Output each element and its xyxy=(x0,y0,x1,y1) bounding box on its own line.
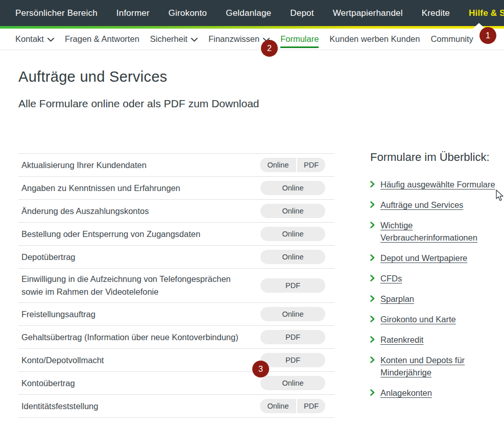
nav-wertpapierhandel[interactable]: Wertpapierhandel xyxy=(333,8,403,18)
sidebar-link-girokonto-und-karte[interactable]: Girokonto und Karte xyxy=(370,313,495,325)
subnav-finanzwissen-label: Finanzwissen xyxy=(208,34,259,44)
nav-persoenlicher-bereich[interactable]: Persönlicher Bereich xyxy=(15,8,98,18)
nav-girokonto[interactable]: Girokonto xyxy=(169,8,207,18)
button-group: Online xyxy=(260,181,325,195)
page: { "topnav": { "items": [ { "label": "Per… xyxy=(0,0,504,427)
online-button[interactable]: Online xyxy=(260,376,325,390)
button-group: Online PDF xyxy=(260,399,325,413)
page-title: Aufträge und Services xyxy=(18,68,334,85)
form-label: Freistellungsauftrag xyxy=(21,308,95,321)
sidebar-link-haeufig-ausgewaehlte-formulare[interactable]: Häufig ausgewählte Formulare xyxy=(370,178,495,191)
subnav-kontakt-label: Kontakt xyxy=(15,34,44,44)
form-label: Identitätsfeststellung xyxy=(21,400,98,413)
pdf-button[interactable]: PDF xyxy=(260,278,325,293)
form-label: Einwilligung in die Aufzeichnung von Tel… xyxy=(21,273,254,298)
chevron-down-icon xyxy=(191,38,198,42)
sidebar-link-label: Sparplan xyxy=(380,293,414,305)
step-badge-1: 1 xyxy=(479,27,496,44)
button-group: PDF xyxy=(260,330,325,344)
nav-kredite[interactable]: Kredite xyxy=(422,8,450,18)
online-button[interactable]: Online xyxy=(260,227,325,241)
table-row: Identitätsfeststellung Online PDF xyxy=(18,395,334,418)
chevron-right-icon xyxy=(370,389,375,396)
table-row: Konto/Depotvollmacht PDF xyxy=(18,349,334,372)
sidebar-link-auftraege-und-services[interactable]: Aufträge und Services xyxy=(370,199,495,211)
subnav-kontakt[interactable]: Kontakt xyxy=(15,29,54,50)
table-row: Aktualisierung Ihrer Kundendaten Online … xyxy=(18,154,334,177)
secondary-nav: Kontakt Fragen & Antworten Sicherheit Fi… xyxy=(0,29,504,50)
button-group: PDF xyxy=(260,278,325,293)
primary-nav: Persönlicher Bereich Informer Girokonto … xyxy=(0,0,504,26)
chevron-right-icon xyxy=(370,357,375,363)
sidebar-link-ratenkredit[interactable]: Ratenkredit xyxy=(370,334,495,346)
sidebar-heading: Formulare im Überblick: xyxy=(370,148,495,166)
button-group: PDF xyxy=(260,353,325,367)
sidebar-link-sparplan[interactable]: Sparplan xyxy=(370,293,495,305)
sidebar-link-cfds[interactable]: CFDs xyxy=(370,272,495,284)
online-button[interactable]: Online xyxy=(260,204,325,218)
subnav-community-label: Community xyxy=(430,34,473,44)
table-row: Gehaltsübertrag (Information über neue K… xyxy=(18,326,334,349)
sidebar-link-depot-und-wertpapiere[interactable]: Depot und Wertpapiere xyxy=(370,252,495,264)
subnav-formulare[interactable]: Formulare xyxy=(280,29,319,50)
sidebar-link-label: Wichtige Verbraucherinformationen xyxy=(380,219,495,244)
pdf-button[interactable]: PDF xyxy=(260,330,325,344)
subnav-kunden-werben-kunden-label: Kunden werben Kunden xyxy=(329,34,420,44)
mouse-cursor xyxy=(496,189,504,202)
table-row: Einwilligung in die Aufzeichnung von Tel… xyxy=(18,269,334,303)
form-label: Gehaltsübertrag (Information über neue K… xyxy=(21,331,238,344)
sidebar-link-wichtige-verbraucherinformationen[interactable]: Wichtige Verbraucherinformationen xyxy=(370,219,495,244)
online-button[interactable]: Online xyxy=(260,158,296,172)
chevron-right-icon xyxy=(370,336,375,343)
sidebar-link-anlagekonten[interactable]: Anlagekonten xyxy=(370,387,495,399)
chevron-right-icon xyxy=(370,254,375,261)
chevron-right-icon xyxy=(370,295,375,302)
online-button[interactable]: Online xyxy=(260,250,325,264)
button-group: Online xyxy=(260,204,325,218)
form-label: Konto/Depotvollmacht xyxy=(21,354,104,367)
form-label: Änderung des Auszahlungskontos xyxy=(21,205,149,218)
subnav-fragen-antworten-label: Fragen & Antworten xyxy=(65,34,139,44)
sidebar-link-label: Girokonto und Karte xyxy=(380,313,456,325)
pdf-button[interactable]: PDF xyxy=(260,353,325,367)
chevron-right-icon xyxy=(370,275,375,281)
nav-informer[interactable]: Informer xyxy=(116,8,150,18)
sidebar-link-konten-depots-minderjaehrige[interactable]: Konten und Depots für Minderjährige xyxy=(370,354,495,378)
chevron-down-icon xyxy=(47,38,54,42)
subnav-community[interactable]: Community xyxy=(430,29,473,50)
form-label: Aktualisierung Ihrer Kundendaten xyxy=(21,159,147,172)
chevron-right-icon xyxy=(370,201,375,208)
pdf-button[interactable]: PDF xyxy=(297,399,325,413)
online-button[interactable]: Online xyxy=(260,181,325,195)
subnav-sicherheit[interactable]: Sicherheit xyxy=(150,29,198,50)
online-button[interactable]: Online xyxy=(260,307,325,321)
button-group: Online xyxy=(260,227,325,241)
main-content: Aufträge und Services Alle Formulare onl… xyxy=(18,68,334,418)
sidebar-link-label: Ratenkredit xyxy=(380,334,423,346)
table-row: Depotübertrag Online xyxy=(18,246,334,269)
nav-hilfe-service[interactable]: Hilfe & Service xyxy=(469,8,504,18)
table-row: Angaben zu Kenntnissen und Erfahrungen O… xyxy=(18,177,334,200)
form-label: Depotübertrag xyxy=(21,251,76,264)
button-group: Online xyxy=(260,250,325,264)
sidebar-link-label: Depot und Wertpapiere xyxy=(380,252,467,264)
button-group: Online xyxy=(260,376,325,390)
pdf-button[interactable]: PDF xyxy=(297,158,325,172)
sidebar-link-label: Häufig ausgewählte Formulare xyxy=(380,178,495,191)
subnav-finanzwissen[interactable]: Finanzwissen xyxy=(208,29,270,50)
button-group: Online xyxy=(260,307,325,321)
table-row: Bestellung oder Entsperrung von Zugangsd… xyxy=(18,223,334,246)
table-row: Freistellungsauftrag Online xyxy=(18,303,334,326)
subnav-sicherheit-label: Sicherheit xyxy=(150,34,187,44)
subnav-fragen-antworten[interactable]: Fragen & Antworten xyxy=(65,29,139,50)
sidebar-link-label: Konten und Depots für Minderjährige xyxy=(380,354,495,378)
form-label: Bestellung oder Entsperrung von Zugangsd… xyxy=(21,228,200,241)
nav-depot[interactable]: Depot xyxy=(290,8,314,18)
online-button[interactable]: Online xyxy=(260,399,296,413)
nav-geldanlage[interactable]: Geldanlage xyxy=(226,8,271,18)
step-badge-3: 3 xyxy=(252,361,269,377)
form-label: Angaben zu Kenntnissen und Erfahrungen xyxy=(21,182,180,195)
subnav-kunden-werben-kunden[interactable]: Kunden werben Kunden xyxy=(329,29,420,50)
button-group: Online PDF xyxy=(260,158,325,172)
sidebar-link-label: CFDs xyxy=(380,272,402,284)
